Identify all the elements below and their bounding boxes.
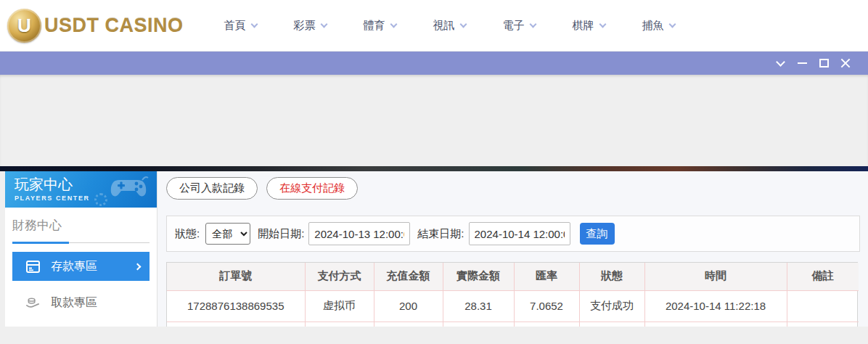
- panel-body: 玩家中心 PLAYERS CENTER: [0, 171, 868, 327]
- table-cell: 200: [374, 290, 443, 322]
- table-cell: [167, 322, 305, 327]
- sidebar-item-label: 取款專區: [51, 295, 97, 311]
- nav-item-5[interactable]: 棋牌: [573, 19, 605, 33]
- table-cell: 1728876138869535: [167, 290, 305, 322]
- table-cell: 7.0652: [514, 290, 579, 322]
- table-cell: [787, 290, 859, 322]
- nav-item-1[interactable]: 彩票: [294, 19, 327, 33]
- chevron-down-icon: [250, 20, 258, 28]
- chevron-down-icon: [459, 20, 467, 28]
- end-date-label: 結束日期:: [417, 227, 464, 241]
- nav-item-label: 首頁: [224, 19, 246, 33]
- search-button[interactable]: 查詢: [580, 223, 615, 245]
- logo-ball-icon: U: [7, 9, 41, 43]
- table-row: 1728876138869535虚拟币20028.317.0652支付成功202…: [167, 290, 859, 322]
- sidebar-item-label: 存款專區: [51, 259, 97, 274]
- bottom-gap: [0, 327, 868, 344]
- panel-banner-strip: [0, 166, 868, 171]
- nav-item-2[interactable]: 體育: [364, 19, 396, 33]
- nav-item-3[interactable]: 視訊: [433, 19, 466, 33]
- nav-item-4[interactable]: 電子: [503, 19, 536, 33]
- nav-item-label: 彩票: [294, 19, 316, 33]
- table-cell: 支付成功: [579, 290, 644, 322]
- gamepad-icon: [109, 176, 151, 200]
- nav-item-label: 視訊: [433, 19, 455, 33]
- table-header-row: 訂單號支付方式充值金額實際金額匯率狀態時間備註: [167, 263, 859, 290]
- table-cell: [787, 322, 859, 327]
- table-cell: [514, 322, 579, 327]
- window-titlebar: [0, 52, 868, 75]
- start-date-input[interactable]: [308, 222, 410, 245]
- page: U USDT CASINO 首頁彩票體育視訊電子棋牌捕魚 玩家中心 PLAYER…: [0, 0, 868, 344]
- status-select[interactable]: 全部: [205, 223, 250, 245]
- table-col-header: 支付方式: [305, 263, 374, 290]
- chevron-down-icon: [529, 20, 536, 28]
- sidebar-items: 存款專區取款專區¥充值記錄: [5, 252, 157, 327]
- table-cell: [644, 322, 787, 327]
- table-cell: [443, 322, 514, 327]
- status-label: 狀態:: [175, 227, 200, 241]
- deposit-card-icon: [25, 259, 40, 274]
- table-col-header: 充值金額: [374, 263, 443, 290]
- site-header: U USDT CASINO 首頁彩票體育視訊電子棋牌捕魚: [0, 0, 868, 52]
- sidebar-item-0[interactable]: 存款專區: [12, 252, 150, 281]
- sidebar-header: 玩家中心 PLAYERS CENTER: [5, 171, 157, 208]
- chip-icon: [94, 193, 107, 206]
- table-row-partial: [167, 322, 859, 327]
- window-minimize-button[interactable]: [791, 52, 813, 75]
- logo-letter: U: [17, 15, 31, 37]
- chevron-down-icon: [320, 20, 327, 28]
- table-col-header: 訂單號: [167, 263, 305, 290]
- records-table-wrap: 訂單號支付方式充值金額實際金額匯率狀態時間備註 1728876138869535…: [166, 262, 858, 327]
- sidebar-section-title: 財務中心: [5, 208, 157, 241]
- withdraw-hand-icon: [25, 295, 40, 310]
- table-col-header: 備註: [787, 263, 859, 290]
- brand-logo[interactable]: U USDT CASINO: [7, 9, 184, 43]
- sidebar-item-1[interactable]: 取款專區: [12, 288, 150, 317]
- minimize-icon: [798, 62, 807, 64]
- content-gap: [0, 75, 868, 166]
- table-cell: [305, 322, 374, 327]
- table-cell: [374, 322, 443, 327]
- record-tabs: 公司入款記錄在線支付記錄: [166, 177, 860, 200]
- filter-bar: 狀態: 全部 開始日期: 結束日期: 查詢: [166, 216, 860, 252]
- close-icon: [840, 58, 851, 68]
- main-content: 公司入款記錄在線支付記錄 狀態: 全部 開始日期: 結束日期: 查詢 訂單號支付…: [157, 171, 868, 327]
- table-cell: 2024-10-14 11:22:18: [644, 290, 787, 322]
- chevron-down-icon: [776, 57, 785, 67]
- nav-item-label: 電子: [503, 19, 525, 33]
- records-table: 訂單號支付方式充值金額實際金額匯率狀態時間備註 1728876138869535…: [167, 263, 859, 327]
- table-col-header: 狀態: [579, 263, 644, 290]
- chevron-down-icon: [668, 20, 676, 28]
- end-date-input[interactable]: [469, 222, 570, 245]
- nav-item-label: 體育: [364, 19, 385, 33]
- table-col-header: 匯率: [514, 263, 579, 290]
- nav-item-0[interactable]: 首頁: [224, 19, 257, 33]
- tab-0[interactable]: 公司入款記錄: [166, 177, 258, 200]
- table-col-header: 時間: [644, 263, 787, 290]
- tab-1[interactable]: 在線支付記錄: [266, 177, 358, 200]
- chevron-down-icon: [599, 20, 606, 28]
- table-cell: 虚拟币: [305, 290, 374, 322]
- chevron-right-icon: [134, 263, 142, 270]
- start-date-label: 開始日期:: [258, 227, 304, 241]
- nav-item-label: 捕魚: [642, 19, 664, 33]
- table-cell: [579, 322, 644, 327]
- chevron-down-icon: [390, 20, 397, 28]
- sidebar-item-2[interactable]: ¥充值記錄: [12, 324, 150, 327]
- window-collapse-button[interactable]: [769, 52, 791, 75]
- table-col-header: 實際金額: [443, 263, 514, 290]
- nav-item-label: 棋牌: [573, 19, 594, 33]
- nav-item-6[interactable]: 捕魚: [642, 19, 675, 33]
- window-close-button[interactable]: [835, 52, 856, 75]
- table-cell: 28.31: [443, 290, 514, 322]
- main-nav: 首頁彩票體育視訊電子棋牌捕魚: [224, 19, 675, 33]
- sidebar-divider: [12, 241, 150, 243]
- maximize-icon: [819, 59, 829, 67]
- brand-name: USDT CASINO: [44, 15, 184, 37]
- players-center-panel: 玩家中心 PLAYERS CENTER: [0, 166, 868, 327]
- window-maximize-button[interactable]: [813, 52, 835, 75]
- sidebar: 玩家中心 PLAYERS CENTER: [5, 171, 157, 327]
